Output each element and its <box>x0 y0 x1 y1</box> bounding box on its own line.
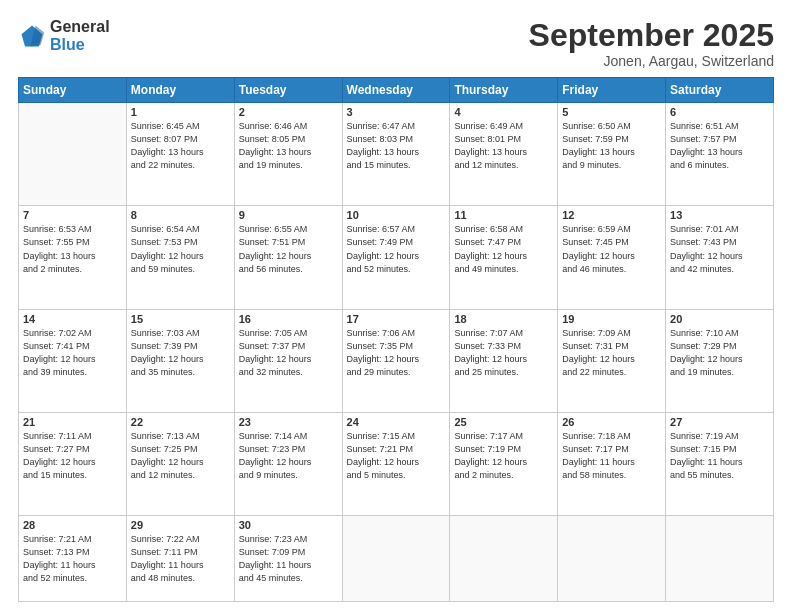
logo-text: General Blue <box>50 18 110 55</box>
day-number: 19 <box>562 313 661 325</box>
calendar-cell: 4Sunrise: 6:49 AMSunset: 8:01 PMDaylight… <box>450 103 558 206</box>
day-number: 20 <box>670 313 769 325</box>
calendar-week-row: 21Sunrise: 7:11 AMSunset: 7:27 PMDayligh… <box>19 412 774 515</box>
day-number: 16 <box>239 313 338 325</box>
day-header-friday: Friday <box>558 78 666 103</box>
day-number: 11 <box>454 209 553 221</box>
calendar-cell: 13Sunrise: 7:01 AMSunset: 7:43 PMDayligh… <box>666 206 774 309</box>
day-info: Sunrise: 6:57 AMSunset: 7:49 PMDaylight:… <box>347 223 446 275</box>
calendar-cell <box>558 516 666 602</box>
calendar-cell <box>342 516 450 602</box>
day-number: 6 <box>670 106 769 118</box>
day-number: 27 <box>670 416 769 428</box>
calendar-week-row: 7Sunrise: 6:53 AMSunset: 7:55 PMDaylight… <box>19 206 774 309</box>
logo-line1: General <box>50 18 110 36</box>
calendar-cell: 19Sunrise: 7:09 AMSunset: 7:31 PMDayligh… <box>558 309 666 412</box>
calendar-cell: 7Sunrise: 6:53 AMSunset: 7:55 PMDaylight… <box>19 206 127 309</box>
day-info: Sunrise: 6:54 AMSunset: 7:53 PMDaylight:… <box>131 223 230 275</box>
day-number: 23 <box>239 416 338 428</box>
day-number: 3 <box>347 106 446 118</box>
calendar-cell: 12Sunrise: 6:59 AMSunset: 7:45 PMDayligh… <box>558 206 666 309</box>
title-block: September 2025 Jonen, Aargau, Switzerlan… <box>529 18 774 69</box>
calendar-cell: 21Sunrise: 7:11 AMSunset: 7:27 PMDayligh… <box>19 412 127 515</box>
calendar-cell: 6Sunrise: 6:51 AMSunset: 7:57 PMDaylight… <box>666 103 774 206</box>
calendar-cell: 29Sunrise: 7:22 AMSunset: 7:11 PMDayligh… <box>126 516 234 602</box>
calendar-cell: 5Sunrise: 6:50 AMSunset: 7:59 PMDaylight… <box>558 103 666 206</box>
calendar-cell: 3Sunrise: 6:47 AMSunset: 8:03 PMDaylight… <box>342 103 450 206</box>
calendar-cell: 2Sunrise: 6:46 AMSunset: 8:05 PMDaylight… <box>234 103 342 206</box>
logo: General Blue <box>18 18 110 55</box>
day-info: Sunrise: 6:46 AMSunset: 8:05 PMDaylight:… <box>239 120 338 172</box>
calendar-cell: 18Sunrise: 7:07 AMSunset: 7:33 PMDayligh… <box>450 309 558 412</box>
day-info: Sunrise: 7:01 AMSunset: 7:43 PMDaylight:… <box>670 223 769 275</box>
header: General Blue September 2025 Jonen, Aarga… <box>18 18 774 69</box>
calendar-cell: 9Sunrise: 6:55 AMSunset: 7:51 PMDaylight… <box>234 206 342 309</box>
day-header-saturday: Saturday <box>666 78 774 103</box>
calendar-cell <box>19 103 127 206</box>
day-number: 30 <box>239 519 338 531</box>
month-title: September 2025 <box>529 18 774 53</box>
day-number: 22 <box>131 416 230 428</box>
calendar-week-row: 14Sunrise: 7:02 AMSunset: 7:41 PMDayligh… <box>19 309 774 412</box>
calendar-table: SundayMondayTuesdayWednesdayThursdayFrid… <box>18 77 774 602</box>
calendar-cell: 24Sunrise: 7:15 AMSunset: 7:21 PMDayligh… <box>342 412 450 515</box>
day-info: Sunrise: 7:11 AMSunset: 7:27 PMDaylight:… <box>23 430 122 482</box>
day-number: 21 <box>23 416 122 428</box>
day-number: 10 <box>347 209 446 221</box>
day-number: 2 <box>239 106 338 118</box>
day-number: 25 <box>454 416 553 428</box>
day-info: Sunrise: 6:51 AMSunset: 7:57 PMDaylight:… <box>670 120 769 172</box>
logo-line2: Blue <box>50 36 110 54</box>
day-info: Sunrise: 6:50 AMSunset: 7:59 PMDaylight:… <box>562 120 661 172</box>
day-info: Sunrise: 6:53 AMSunset: 7:55 PMDaylight:… <box>23 223 122 275</box>
day-info: Sunrise: 7:15 AMSunset: 7:21 PMDaylight:… <box>347 430 446 482</box>
day-number: 24 <box>347 416 446 428</box>
day-info: Sunrise: 7:02 AMSunset: 7:41 PMDaylight:… <box>23 327 122 379</box>
calendar-cell: 28Sunrise: 7:21 AMSunset: 7:13 PMDayligh… <box>19 516 127 602</box>
day-header-thursday: Thursday <box>450 78 558 103</box>
day-info: Sunrise: 6:58 AMSunset: 7:47 PMDaylight:… <box>454 223 553 275</box>
day-info: Sunrise: 7:22 AMSunset: 7:11 PMDaylight:… <box>131 533 230 585</box>
day-info: Sunrise: 7:13 AMSunset: 7:25 PMDaylight:… <box>131 430 230 482</box>
day-number: 28 <box>23 519 122 531</box>
day-info: Sunrise: 6:49 AMSunset: 8:01 PMDaylight:… <box>454 120 553 172</box>
calendar-cell: 27Sunrise: 7:19 AMSunset: 7:15 PMDayligh… <box>666 412 774 515</box>
calendar-cell <box>450 516 558 602</box>
day-info: Sunrise: 7:10 AMSunset: 7:29 PMDaylight:… <box>670 327 769 379</box>
day-info: Sunrise: 6:45 AMSunset: 8:07 PMDaylight:… <box>131 120 230 172</box>
logo-icon <box>18 22 46 50</box>
day-number: 1 <box>131 106 230 118</box>
calendar-cell: 15Sunrise: 7:03 AMSunset: 7:39 PMDayligh… <box>126 309 234 412</box>
day-info: Sunrise: 7:06 AMSunset: 7:35 PMDaylight:… <box>347 327 446 379</box>
calendar-cell: 30Sunrise: 7:23 AMSunset: 7:09 PMDayligh… <box>234 516 342 602</box>
day-info: Sunrise: 7:17 AMSunset: 7:19 PMDaylight:… <box>454 430 553 482</box>
day-number: 12 <box>562 209 661 221</box>
calendar-header-row: SundayMondayTuesdayWednesdayThursdayFrid… <box>19 78 774 103</box>
calendar-cell: 16Sunrise: 7:05 AMSunset: 7:37 PMDayligh… <box>234 309 342 412</box>
day-number: 13 <box>670 209 769 221</box>
day-number: 17 <box>347 313 446 325</box>
calendar-cell: 20Sunrise: 7:10 AMSunset: 7:29 PMDayligh… <box>666 309 774 412</box>
day-number: 14 <box>23 313 122 325</box>
day-header-sunday: Sunday <box>19 78 127 103</box>
day-header-tuesday: Tuesday <box>234 78 342 103</box>
day-info: Sunrise: 6:47 AMSunset: 8:03 PMDaylight:… <box>347 120 446 172</box>
page: General Blue September 2025 Jonen, Aarga… <box>0 0 792 612</box>
calendar-cell: 11Sunrise: 6:58 AMSunset: 7:47 PMDayligh… <box>450 206 558 309</box>
calendar-cell: 14Sunrise: 7:02 AMSunset: 7:41 PMDayligh… <box>19 309 127 412</box>
day-number: 18 <box>454 313 553 325</box>
day-number: 9 <box>239 209 338 221</box>
day-header-wednesday: Wednesday <box>342 78 450 103</box>
calendar-week-row: 1Sunrise: 6:45 AMSunset: 8:07 PMDaylight… <box>19 103 774 206</box>
day-number: 15 <box>131 313 230 325</box>
day-info: Sunrise: 7:18 AMSunset: 7:17 PMDaylight:… <box>562 430 661 482</box>
day-number: 8 <box>131 209 230 221</box>
day-number: 4 <box>454 106 553 118</box>
calendar-cell <box>666 516 774 602</box>
day-info: Sunrise: 7:07 AMSunset: 7:33 PMDaylight:… <box>454 327 553 379</box>
day-info: Sunrise: 7:19 AMSunset: 7:15 PMDaylight:… <box>670 430 769 482</box>
calendar-cell: 17Sunrise: 7:06 AMSunset: 7:35 PMDayligh… <box>342 309 450 412</box>
day-info: Sunrise: 7:21 AMSunset: 7:13 PMDaylight:… <box>23 533 122 585</box>
calendar-cell: 26Sunrise: 7:18 AMSunset: 7:17 PMDayligh… <box>558 412 666 515</box>
day-info: Sunrise: 6:59 AMSunset: 7:45 PMDaylight:… <box>562 223 661 275</box>
